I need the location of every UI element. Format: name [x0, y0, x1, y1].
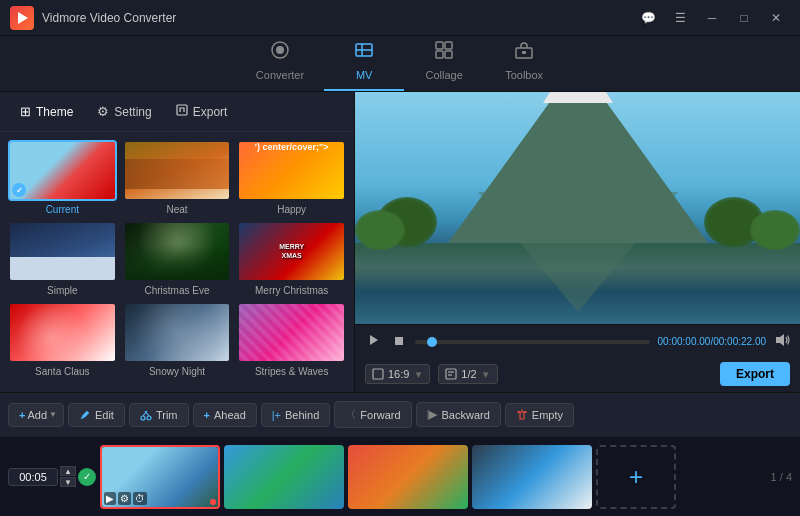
left-panel: ⊞ Theme ⚙ Setting Export	[0, 92, 355, 392]
theme-neat-label: Neat	[166, 204, 187, 215]
clip-1-controls: ▶ ⚙ ⏱	[104, 492, 147, 505]
sub-tabs: ⊞ Theme ⚙ Setting Export	[0, 92, 354, 132]
theme-snowy-night[interactable]: Snowy Night	[123, 302, 232, 377]
backward-button[interactable]: |▶ Backward	[416, 402, 501, 427]
theme-christmas-eve[interactable]: Christmas Eve	[123, 221, 232, 296]
ahead-button[interactable]: + Ahead	[193, 403, 257, 427]
svg-marker-13	[370, 335, 378, 345]
maximize-button[interactable]: □	[730, 8, 758, 28]
clip-item-2[interactable]	[224, 445, 344, 509]
main-nav: Converter MV Collage	[0, 36, 800, 92]
time-input[interactable]	[8, 468, 58, 486]
theme-merry-christmas-label: Merry Christmas	[255, 285, 328, 296]
tab-mv[interactable]: MV	[324, 34, 404, 91]
theme-grid: ✓ Current Neat ') cent	[0, 132, 354, 392]
setting-icon: ⚙	[97, 104, 109, 119]
svg-rect-17	[446, 369, 456, 379]
clip-play-icon[interactable]: ▶	[104, 492, 116, 505]
timeline-time-control: ▲ ▼ ✓	[8, 466, 96, 487]
ratio-select[interactable]: 16:9 ▼	[365, 364, 430, 384]
theme-merry-christmas[interactable]: MERRYXMAS Merry Christmas	[237, 221, 346, 296]
add-button[interactable]: + Add ▼	[8, 403, 64, 427]
window-controls: 💬 ☰ ─ □ ✕	[634, 8, 790, 28]
setting-tab[interactable]: ⚙ Setting	[87, 100, 161, 123]
tab-converter[interactable]: Converter	[236, 34, 324, 91]
theme-current[interactable]: ✓ Current	[8, 140, 117, 215]
edit-button[interactable]: Edit	[68, 403, 125, 427]
timeline-page-count: 1 / 4	[771, 471, 792, 483]
chat-button[interactable]: 💬	[634, 8, 662, 28]
svg-rect-9	[445, 51, 452, 58]
collage-icon	[434, 40, 454, 65]
theme-snowy-night-label: Snowy Night	[149, 366, 205, 377]
time-down-button[interactable]: ▼	[60, 477, 76, 487]
page-select[interactable]: 1/2 ▼	[438, 364, 497, 384]
clip-item-4[interactable]	[472, 445, 592, 509]
progress-dot	[427, 337, 437, 347]
time-display: 00:00:00.00/00:00:22.00	[658, 336, 766, 347]
player-row2: 16:9 ▼ 1/2 ▼ Export	[355, 358, 800, 392]
time-confirm-button[interactable]: ✓	[78, 468, 96, 486]
timeline: ▲ ▼ ✓ ▶ ⚙ ⏱ + 1 / 4	[0, 436, 800, 516]
theme-label: Theme	[36, 105, 73, 119]
theme-christmas-eve-label: Christmas Eve	[144, 285, 209, 296]
svg-rect-6	[436, 42, 443, 49]
export-tab[interactable]: Export	[166, 100, 238, 123]
converter-icon	[270, 40, 290, 65]
export-label: Export	[193, 105, 228, 119]
volume-icon[interactable]	[774, 332, 790, 351]
clip-item-3[interactable]	[348, 445, 468, 509]
theme-happy[interactable]: ') center/cover;"> Happy	[237, 140, 346, 215]
theme-happy-label: Happy	[277, 204, 306, 215]
app-logo	[10, 6, 34, 30]
empty-button[interactable]: Empty	[505, 403, 574, 427]
time-up-button[interactable]: ▲	[60, 466, 76, 476]
theme-stripes-waves[interactable]: Stripes & Waves	[237, 302, 346, 377]
app-title: Vidmore Video Converter	[42, 11, 634, 25]
bottom-toolbar: + Add ▼ Edit Trim + Ahead |+ Behind 〈 Fo…	[0, 392, 800, 436]
setting-label: Setting	[114, 105, 151, 119]
stop-button[interactable]	[391, 332, 407, 352]
time-spinners: ▲ ▼	[60, 466, 76, 487]
theme-icon: ⊞	[20, 104, 31, 119]
preview-area	[355, 92, 800, 324]
theme-stripes-waves-label: Stripes & Waves	[255, 366, 329, 377]
theme-neat[interactable]: Neat	[123, 140, 232, 215]
trim-button[interactable]: Trim	[129, 403, 189, 427]
clip-item-1[interactable]: ▶ ⚙ ⏱	[100, 445, 220, 509]
theme-simple[interactable]: Simple	[8, 221, 117, 296]
theme-tab[interactable]: ⊞ Theme	[10, 100, 83, 123]
converter-label: Converter	[256, 69, 304, 81]
menu-button[interactable]: ☰	[666, 8, 694, 28]
behind-button[interactable]: |+ Behind	[261, 403, 331, 427]
clip-1-indicator	[210, 499, 216, 505]
svg-marker-15	[776, 334, 784, 346]
right-panel: 00:00:00.00/00:00:22.00 16:9 ▼	[355, 92, 800, 392]
svg-rect-8	[436, 51, 443, 58]
tab-toolbox[interactable]: Toolbox	[484, 34, 564, 91]
progress-bar[interactable]	[415, 340, 650, 344]
title-bar: Vidmore Video Converter 💬 ☰ ─ □ ✕	[0, 0, 800, 36]
svg-rect-14	[395, 337, 403, 345]
export-button[interactable]: Export	[720, 362, 790, 386]
clip-time-icon[interactable]: ⏱	[133, 492, 147, 505]
clip-settings-icon[interactable]: ⚙	[118, 492, 131, 505]
theme-santa-claus-label: Santa Claus	[35, 366, 89, 377]
svg-point-21	[147, 416, 151, 420]
svg-point-20	[141, 416, 145, 420]
tab-collage[interactable]: Collage	[404, 34, 484, 91]
content-area: ⊞ Theme ⚙ Setting Export	[0, 92, 800, 392]
close-button[interactable]: ✕	[762, 8, 790, 28]
svg-rect-7	[445, 42, 452, 49]
forward-button[interactable]: 〈 Forward	[334, 401, 411, 428]
play-button[interactable]	[365, 331, 383, 352]
minimize-button[interactable]: ─	[698, 8, 726, 28]
mv-icon	[354, 40, 374, 65]
collage-label: Collage	[425, 69, 462, 81]
theme-santa-claus[interactable]: Santa Claus	[8, 302, 117, 377]
toolbox-icon	[514, 40, 534, 65]
player-controls: 00:00:00.00/00:00:22.00	[355, 324, 800, 358]
add-clip-button[interactable]: +	[596, 445, 676, 509]
theme-simple-label: Simple	[47, 285, 78, 296]
svg-point-2	[276, 46, 284, 54]
